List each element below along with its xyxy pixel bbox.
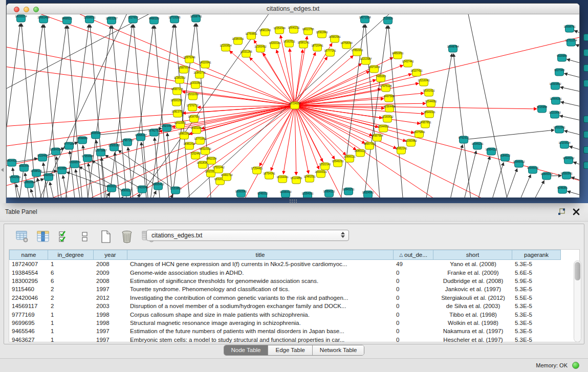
- network-node[interactable]: 16754341: [263, 172, 275, 179]
- network-node[interactable]: 22084431: [232, 37, 244, 45]
- network-node[interactable]: 11568121: [31, 169, 42, 177]
- network-node[interactable]: 7252442: [190, 152, 201, 159]
- network-node[interactable]: 9699695: [77, 137, 88, 144]
- tab-node-table[interactable]: Node Table: [224, 345, 269, 355]
- column-header-pagerank[interactable]: pagerank: [512, 250, 561, 260]
- table-row[interactable]: 1938455462009Genome-wide association stu…: [9, 268, 561, 276]
- network-node[interactable]: 14045231: [471, 142, 483, 149]
- network-node[interactable]: 12771641: [194, 137, 206, 144]
- network-node[interactable]: 10997870: [178, 66, 189, 73]
- network-node[interactable]: 15905131: [42, 173, 54, 181]
- network-node[interactable]: 10954121: [323, 190, 335, 197]
- network-node[interactable]: 16075841: [413, 130, 425, 138]
- network-node[interactable]: 15362841: [316, 31, 328, 38]
- network-node[interactable]: 12754831: [245, 32, 257, 39]
- column-header-year[interactable]: year: [94, 250, 127, 260]
- network-node[interactable]: 18724007: [289, 102, 300, 109]
- network-node[interactable]: 12505185: [108, 144, 120, 151]
- network-node[interactable]: 14035574: [15, 15, 27, 22]
- network-node[interactable]: 17975125: [380, 84, 391, 92]
- network-node[interactable]: 16093541: [235, 190, 247, 197]
- network-node[interactable]: 17850931: [351, 49, 363, 56]
- network-canvas[interactable]: 1872400712875046109978701138190218957215…: [7, 14, 579, 198]
- network-node[interactable]: 9463627: [106, 185, 117, 192]
- network-node[interactable]: 10719185: [168, 16, 180, 23]
- network-node[interactable]: 12444151: [550, 97, 561, 104]
- network-node[interactable]: 9245061: [557, 186, 568, 193]
- network-node[interactable]: 10835412: [152, 183, 164, 190]
- select-rows-icon[interactable]: [57, 230, 71, 243]
- network-node[interactable]: 18549321: [423, 111, 435, 118]
- network-node[interactable]: 12153851: [169, 187, 181, 194]
- network-node[interactable]: 15581241: [297, 41, 309, 48]
- network-node[interactable]: 16845012: [540, 172, 552, 180]
- network-node[interactable]: 10542501: [9, 176, 20, 183]
- network-node[interactable]: 12923465: [161, 124, 172, 132]
- network-node[interactable]: 12610651: [174, 121, 186, 128]
- network-node[interactable]: 14758093: [340, 41, 352, 49]
- network-node[interactable]: 10653287: [105, 17, 117, 24]
- network-node[interactable]: 16210643: [549, 111, 560, 118]
- network-node[interactable]: 16451412: [183, 142, 195, 149]
- split-pane-grip[interactable]: [289, 199, 297, 203]
- network-node[interactable]: 11381902: [174, 76, 186, 83]
- network-node[interactable]: 16107421: [410, 69, 422, 76]
- network-node[interactable]: 16510332: [199, 147, 211, 155]
- column-header-name[interactable]: name: [9, 250, 48, 260]
- network-node[interactable]: 12481531: [303, 175, 315, 182]
- network-node[interactable]: 12160612: [381, 115, 393, 122]
- left-panel-collapsed-strip[interactable]: [0, 0, 6, 203]
- column-header-in_degree[interactable]: in_degree: [48, 250, 94, 260]
- network-node[interactable]: 17359928: [81, 155, 93, 162]
- delete-table-icon[interactable]: [120, 230, 134, 243]
- network-node[interactable]: 17254421: [251, 167, 263, 174]
- network-node[interactable]: 16859121: [354, 149, 366, 157]
- network-node[interactable]: 15124851: [290, 177, 302, 184]
- network-node[interactable]: 12200824: [220, 44, 231, 51]
- select-columns-icon[interactable]: [36, 230, 50, 243]
- table-row[interactable]: 946554611997Estimation of the future num…: [9, 327, 561, 335]
- network-node[interactable]: 16782753: [148, 129, 160, 136]
- network-node[interactable]: 18720441: [311, 44, 323, 51]
- network-node[interactable]: 21093482: [405, 139, 417, 146]
- network-node[interactable]: 22420046: [136, 186, 148, 193]
- table-row[interactable]: 1872400712008Changes of HCN gene express…: [9, 260, 561, 268]
- network-node[interactable]: 18024541: [362, 191, 374, 198]
- network-node[interactable]: 20582941: [329, 35, 340, 42]
- table-row[interactable]: 911546021997Tourette syndrome. Phenomeno…: [9, 285, 561, 293]
- network-node[interactable]: 11544691: [425, 100, 437, 107]
- network-node[interactable]: 8215958: [537, 105, 547, 113]
- vertical-scrollbar[interactable]: [574, 260, 581, 342]
- network-node[interactable]: 12213987: [360, 57, 372, 64]
- network-node[interactable]: 18300295: [170, 99, 182, 106]
- network-node[interactable]: 16598741: [190, 15, 202, 22]
- network-node[interactable]: 12254349: [273, 27, 285, 34]
- network-node[interactable]: 9115460: [37, 154, 48, 161]
- table-row[interactable]: 969969511998Structural magnetic resonanc…: [9, 319, 561, 327]
- network-node[interactable]: 8391541: [19, 164, 29, 171]
- network-node[interactable]: 10896121: [343, 155, 355, 162]
- network-node[interactable]: 17957253: [121, 139, 133, 146]
- scrollbar-thumb[interactable]: [575, 262, 580, 280]
- network-node[interactable]: 14569117: [120, 189, 132, 196]
- close-panel-icon[interactable]: [573, 208, 580, 215]
- network-node[interactable]: 6466100: [149, 17, 159, 24]
- network-node[interactable]: 9184512: [500, 154, 510, 161]
- network-node[interactable]: 9777169: [64, 142, 74, 149]
- network-node[interactable]: 13590541: [560, 172, 572, 179]
- citation-network-graph[interactable]: 1872400712875046109978701138190218957215…: [7, 14, 579, 198]
- network-node[interactable]: 18547991: [363, 142, 375, 149]
- table-settings-icon[interactable]: [15, 230, 29, 243]
- table-row[interactable]: 1456911722003Disruption of a novel membe…: [9, 302, 561, 310]
- network-node[interactable]: 18961041: [259, 29, 271, 36]
- network-node[interactable]: 8791912: [459, 136, 469, 143]
- tab-network-table[interactable]: Network Table: [313, 345, 364, 355]
- network-node[interactable]: 11095413: [280, 190, 292, 198]
- network-node[interactable]: 14957831: [419, 121, 431, 128]
- network-node[interactable]: 12008531: [83, 16, 95, 23]
- network-node[interactable]: 19384554: [50, 148, 61, 155]
- network-node[interactable]: 1527602: [128, 16, 138, 23]
- network-node[interactable]: 10975887: [95, 149, 106, 156]
- network-node[interactable]: 10945112: [563, 157, 575, 164]
- network-node[interactable]: 12093832: [549, 82, 561, 90]
